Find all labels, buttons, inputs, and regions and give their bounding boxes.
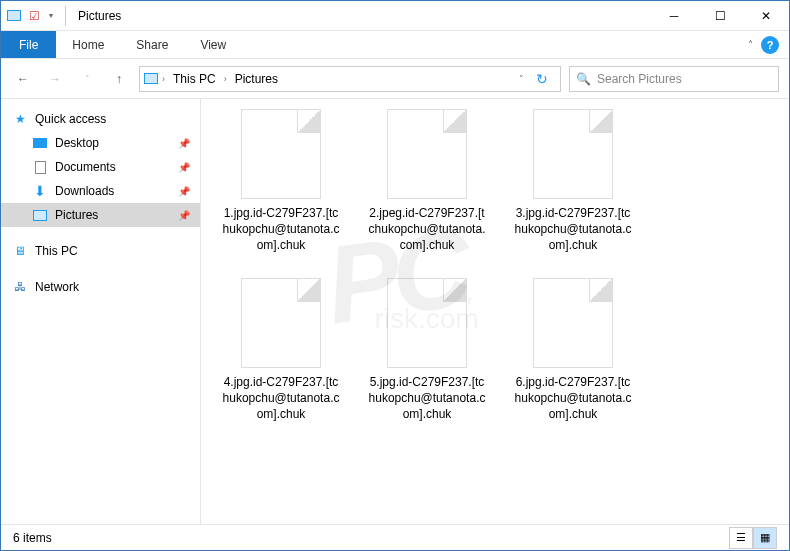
nav-downloads[interactable]: ⬇ Downloads 📌 <box>1 179 200 203</box>
nav-quick-access[interactable]: ★ Quick access <box>1 107 200 131</box>
ribbon-expand-icon[interactable]: ˄ <box>748 39 753 50</box>
ribbon: File Home Share View ˄ ? <box>1 31 789 59</box>
maximize-button[interactable]: ☐ <box>697 1 743 31</box>
search-placeholder: Search Pictures <box>597 72 682 86</box>
pin-icon: 📌 <box>178 162 190 173</box>
file-name: 3.jpg.id-C279F237.[tchukopchu@tutanota.c… <box>513 205 633 254</box>
file-icon <box>533 109 613 199</box>
forward-button[interactable]: → <box>43 67 67 91</box>
nav-network[interactable]: 🖧 Network <box>1 275 200 299</box>
file-name: 4.jpg.id-C279F237.[tchukopchu@tutanota.c… <box>221 374 341 423</box>
file-name: 6.jpg.id-C279F237.[tchukopchu@tutanota.c… <box>513 374 633 423</box>
app-icon <box>5 7 23 25</box>
chevron-right-icon[interactable]: › <box>162 74 165 84</box>
pin-icon: 📌 <box>178 210 190 221</box>
desktop-icon <box>31 134 49 152</box>
document-icon <box>31 158 49 176</box>
pin-icon: 📌 <box>178 138 190 149</box>
status-bar: 6 items ☰ ▦ <box>1 524 789 550</box>
status-count: 6 items <box>13 531 52 545</box>
chevron-right-icon[interactable]: › <box>224 74 227 84</box>
minimize-button[interactable]: ─ <box>651 1 697 31</box>
file-name: 1.jpg.id-C279F237.[tchukopchu@tutanota.c… <box>221 205 341 254</box>
pictures-icon <box>31 206 49 224</box>
pc-icon: 🖥 <box>11 242 29 260</box>
file-icon <box>533 278 613 368</box>
file-item[interactable]: 1.jpg.id-C279F237.[tchukopchu@tutanota.c… <box>221 109 341 254</box>
file-icon <box>387 278 467 368</box>
nav-this-pc[interactable]: 🖥 This PC <box>1 239 200 263</box>
pin-icon: 📌 <box>178 186 190 197</box>
star-icon: ★ <box>11 110 29 128</box>
breadcrumb-pictures[interactable]: Pictures <box>231 70 282 88</box>
icons-view-button[interactable]: ▦ <box>753 527 777 549</box>
titlebar: ☑ ▾ Pictures ─ ☐ ✕ <box>1 1 789 31</box>
address-dropdown-icon[interactable]: ˅ <box>513 74 530 84</box>
nav-desktop[interactable]: Desktop 📌 <box>1 131 200 155</box>
breadcrumb-this-pc[interactable]: This PC <box>169 70 220 88</box>
tab-home[interactable]: Home <box>56 31 120 58</box>
breadcrumb-box[interactable]: › This PC › Pictures ˅ ↻ <box>139 66 561 92</box>
back-button[interactable]: ← <box>11 67 35 91</box>
file-list[interactable]: 1.jpg.id-C279F237.[tchukopchu@tutanota.c… <box>201 99 789 524</box>
nav-documents[interactable]: Documents 📌 <box>1 155 200 179</box>
file-icon <box>387 109 467 199</box>
file-name: 2.jpeg.id-C279F237.[tchukopchu@tutanota.… <box>367 205 487 254</box>
file-icon <box>241 278 321 368</box>
file-item[interactable]: 5.jpg.id-C279F237.[tchukopchu@tutanota.c… <box>367 278 487 423</box>
location-icon <box>144 73 158 84</box>
file-item[interactable]: 3.jpg.id-C279F237.[tchukopchu@tutanota.c… <box>513 109 633 254</box>
search-icon: 🔍 <box>576 72 591 86</box>
download-icon: ⬇ <box>31 182 49 200</box>
address-bar: ← → ˅ ↑ › This PC › Pictures ˅ ↻ 🔍 Searc… <box>1 59 789 99</box>
recent-dd-icon[interactable]: ˅ <box>75 67 99 91</box>
window-title: Pictures <box>74 9 121 23</box>
up-button[interactable]: ↑ <box>107 67 131 91</box>
nav-pictures[interactable]: Pictures 📌 <box>1 203 200 227</box>
navigation-pane: ★ Quick access Desktop 📌 Documents 📌 ⬇ D… <box>1 99 201 524</box>
refresh-icon[interactable]: ↻ <box>534 71 556 87</box>
file-icon <box>241 109 321 199</box>
tab-view[interactable]: View <box>184 31 242 58</box>
qat-dropdown-icon[interactable]: ▾ <box>45 11 57 20</box>
tab-file[interactable]: File <box>1 31 56 58</box>
file-item[interactable]: 2.jpeg.id-C279F237.[tchukopchu@tutanota.… <box>367 109 487 254</box>
file-item[interactable]: 4.jpg.id-C279F237.[tchukopchu@tutanota.c… <box>221 278 341 423</box>
search-input[interactable]: 🔍 Search Pictures <box>569 66 779 92</box>
help-icon[interactable]: ? <box>761 36 779 54</box>
close-button[interactable]: ✕ <box>743 1 789 31</box>
qat-properties-icon[interactable]: ☑ <box>25 7 43 25</box>
details-view-button[interactable]: ☰ <box>729 527 753 549</box>
file-name: 5.jpg.id-C279F237.[tchukopchu@tutanota.c… <box>367 374 487 423</box>
network-icon: 🖧 <box>11 278 29 296</box>
file-item[interactable]: 6.jpg.id-C279F237.[tchukopchu@tutanota.c… <box>513 278 633 423</box>
tab-share[interactable]: Share <box>120 31 184 58</box>
